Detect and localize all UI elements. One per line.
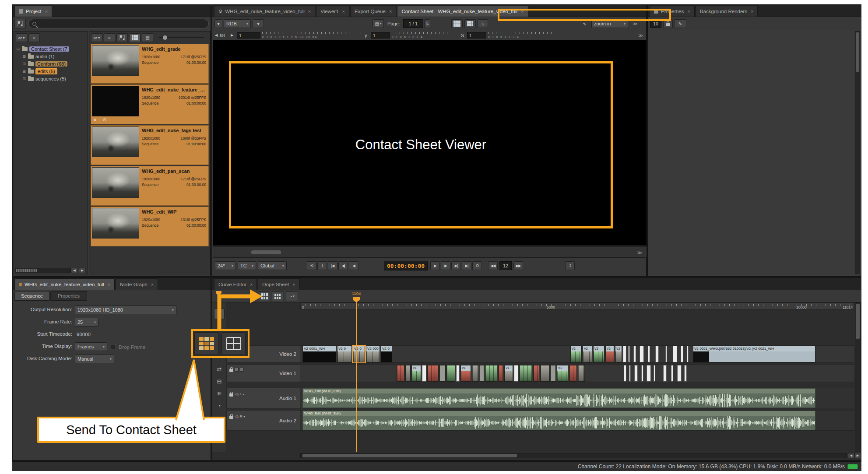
timeline-clip[interactable] — [439, 365, 446, 382]
timeline-clip[interactable]: V2 — [615, 346, 622, 362]
scroll-left-button[interactable]: ◀ — [71, 268, 78, 273]
retime-tool-icon[interactable]: ≋ — [214, 388, 225, 399]
previous-frame-button[interactable]: ◀| — [338, 261, 348, 270]
lock-icon[interactable] — [229, 369, 233, 372]
go-to-end-button[interactable]: ▶| — [462, 261, 471, 270]
tree-item-audio[interactable]: ⊞ audio (1) — [22, 53, 54, 60]
fstop-prev-icon[interactable]: ◀ — [215, 31, 218, 40]
clip-fragment[interactable] — [641, 365, 643, 382]
clip-fragment[interactable] — [648, 346, 650, 362]
go-to-start-button[interactable]: |◀ — [328, 261, 337, 270]
clip-fragment[interactable] — [634, 365, 638, 382]
timeline-clip[interactable] — [405, 365, 411, 382]
clip-fragment[interactable] — [422, 365, 426, 382]
bin-clip-whg-edit-nuke-tags[interactable]: WHG_edit_nuke_tags test 1920x10801606f @… — [91, 125, 209, 165]
playback-range-select[interactable]: Global▾ — [258, 261, 287, 270]
clip-fragment[interactable] — [665, 346, 667, 362]
slip-tool-icon[interactable]: ⇄ — [214, 364, 225, 374]
track-header-audio1[interactable]: ◁)L▾ Audio 1 — [226, 388, 300, 408]
clip-fragment[interactable] — [628, 346, 630, 362]
close-icon[interactable]: × — [151, 282, 154, 287]
timeline-clip[interactable] — [498, 365, 503, 382]
expand-icon[interactable]: ⊞ — [22, 69, 26, 74]
list-view-button[interactable]: ≡ — [28, 33, 40, 42]
play-forward-button[interactable]: ▶ — [441, 261, 450, 270]
output-resolution-select[interactable]: 1920x1080 HD_1080▾ — [75, 305, 176, 314]
timeline-clip[interactable]: V2 — [593, 346, 604, 362]
search-input[interactable] — [28, 19, 209, 28]
bin-clip-whg-edit-pan-scan[interactable]: WHG_edit_pan_scan 1920x10801710f @25FPS … — [91, 166, 209, 206]
timeline-clip[interactable] — [533, 365, 539, 382]
subtab-sequence[interactable]: Sequence — [14, 291, 49, 301]
list-view-button[interactable]: ≡ — [104, 33, 115, 42]
clip-fragment[interactable] — [677, 365, 682, 382]
tab-viewer-sequence[interactable]: ⊙ WHG_edit_nuke_feature_video_full × — [214, 5, 315, 17]
clip-fragment[interactable] — [654, 365, 655, 382]
expand-icon[interactable]: ⊞ — [22, 77, 26, 81]
timeline-clip[interactable] — [578, 365, 585, 382]
lock-icon[interactable] — [229, 393, 233, 397]
tab-node-graph[interactable]: Node Graph × — [116, 278, 158, 290]
track-header-audio2[interactable]: ◁)R▾ Audio 2 — [226, 410, 300, 431]
channel-label[interactable]: L — [240, 392, 242, 396]
fps-select[interactable]: 24*▾ — [215, 261, 236, 270]
next-frame-button[interactable]: ▶| — [451, 261, 461, 270]
detail-view-button[interactable] — [129, 33, 141, 42]
timeline-clip[interactable] — [519, 365, 532, 382]
track-options-icon[interactable] — [240, 368, 244, 372]
slider-handle[interactable] — [163, 35, 167, 40]
tab-curve-editor[interactable]: Curve Editor × — [214, 278, 257, 290]
thumbnail-view-button[interactable] — [116, 33, 128, 42]
clip-fragment[interactable] — [629, 365, 631, 382]
start-timecode-value[interactable]: 90000 — [77, 330, 91, 339]
play-button[interactable]: ▶ — [430, 261, 440, 270]
out-point-button[interactable]: O — [472, 261, 482, 270]
step-back-button[interactable]: ◀◀ — [488, 261, 498, 270]
visibility-icon[interactable] — [235, 368, 239, 372]
tab-export-queue[interactable]: Export Queue × — [350, 5, 396, 17]
timeline-hscrollbar[interactable] — [300, 453, 847, 458]
timeline-clip[interactable]: V2 — [570, 346, 582, 362]
tab-background-renders[interactable]: Background Renders × — [696, 5, 758, 17]
timeline-clip-long[interactable]: V2-0021_WHG.[007662-010013]/V2 (V2-0021_… — [693, 346, 815, 362]
timeline-clip[interactable] — [397, 365, 404, 382]
tree-item-edits[interactable]: ⊞ edits (5) — [22, 68, 57, 75]
saturation-field[interactable]: 1 — [467, 32, 486, 39]
timeline-clip[interactable]: V1 — [557, 365, 568, 382]
timeline-clip[interactable] — [472, 365, 479, 382]
tree-item-sequences[interactable]: ⊞ sequences (5) — [22, 75, 66, 82]
page-value-field[interactable]: 1 / 1 — [403, 19, 423, 28]
timecode-display-select[interactable]: TC▾ — [238, 261, 256, 270]
frame-rate-select[interactable]: 25▾ — [75, 318, 98, 327]
razor-tool-icon[interactable]: ⊟ — [214, 376, 225, 386]
timeline-clip[interactable] — [427, 365, 439, 382]
subtab-properties[interactable]: Properties — [50, 291, 87, 301]
gamma-field[interactable]: 1 — [371, 32, 390, 39]
clip-fragment[interactable] — [456, 365, 460, 382]
contact-sheet-mode-button[interactable] — [464, 19, 476, 28]
loop-mode-button[interactable]: ⟲ — [307, 261, 316, 270]
tree-item-conform[interactable]: ⊞ Conform (68) — [22, 60, 67, 67]
clip-fragment[interactable] — [514, 365, 518, 382]
tab-viewer1[interactable]: Viewer1 × — [316, 5, 349, 17]
drop-frame-checkbox[interactable] — [111, 344, 116, 349]
channel-label[interactable]: R — [240, 414, 242, 418]
collapse-icon[interactable]: ⊟ — [16, 47, 20, 51]
sort-az-button[interactable]: az ▾ — [16, 33, 27, 42]
collapse-chevrons-icon[interactable]: ≫ — [638, 31, 643, 40]
timecode-display[interactable]: 00:00:00:00 — [384, 261, 428, 270]
timeline-clip[interactable] — [569, 365, 577, 382]
timeline-clip[interactable]: V2-0 — [337, 346, 352, 362]
send-to-contact-sheet-button-large[interactable] — [194, 332, 218, 355]
clip-fragment[interactable] — [663, 365, 667, 382]
close-icon[interactable]: × — [751, 9, 753, 14]
frame-increment-field[interactable]: 12 — [499, 261, 512, 270]
multi-tool-icon[interactable]: ↖ — [214, 309, 225, 319]
clip-fragment[interactable] — [673, 346, 677, 362]
close-icon[interactable]: × — [687, 9, 690, 14]
view-transform-button[interactable]: ▾ — [253, 19, 264, 28]
scrub-handle[interactable] — [251, 250, 281, 254]
list-detail-view-button[interactable]: ▤ — [142, 33, 153, 42]
tab-project[interactable]: Project × — [14, 5, 52, 17]
timeline-clip[interactable] — [480, 365, 484, 382]
